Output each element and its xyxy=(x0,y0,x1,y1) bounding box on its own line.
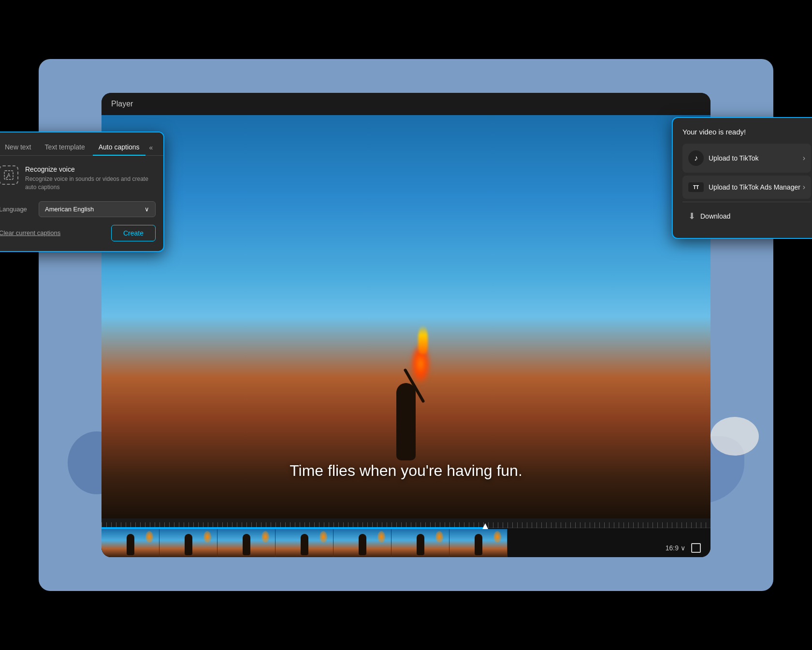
download-icon: ⬇ xyxy=(688,211,696,222)
aspect-ratio-label: 16:9 xyxy=(666,544,679,552)
voice-icon: A xyxy=(0,165,18,185)
filmstrip-mini-glow xyxy=(319,531,327,543)
tiktok-ads-icon: TT xyxy=(688,182,704,192)
outer-background: Player Time flies when you're having fun… xyxy=(39,59,773,591)
figure-silhouette xyxy=(387,354,425,460)
filmstrip-mini-figure xyxy=(417,534,424,555)
filmstrip-mini-figure xyxy=(185,534,192,555)
divider xyxy=(682,202,811,202)
aspect-ratio-chevron: ∨ xyxy=(681,544,685,552)
language-select[interactable]: American English ∨ xyxy=(39,201,156,217)
panel-tabs: New text Text template Auto captions « xyxy=(0,133,163,156)
filmstrip-mini-figure xyxy=(243,534,250,555)
clear-captions-button[interactable]: Clear current captions xyxy=(0,229,60,236)
filmstrip-frame xyxy=(450,529,508,557)
filmstrip-mini-figure xyxy=(301,534,308,555)
filmstrip-mini-figure xyxy=(359,534,366,555)
video-caption: Time flies when you're having fun. xyxy=(102,462,710,480)
tab-auto-captions[interactable]: Auto captions xyxy=(93,139,145,156)
player-container: Player Time flies when you're having fun… xyxy=(102,93,710,557)
video-area: Time flies when you're having fun. xyxy=(102,115,710,518)
fullscreen-icon[interactable] xyxy=(691,543,701,553)
upload-tiktok-ads-left: TT Upload to TikTok Ads Manager xyxy=(688,182,800,192)
aspect-ratio-control[interactable]: 16:9 ∨ xyxy=(666,544,685,552)
language-chevron-icon: ∨ xyxy=(145,206,149,213)
tab-text-template[interactable]: Text template xyxy=(39,139,90,156)
svg-text:A: A xyxy=(7,173,11,178)
filmstrip-mini-glow xyxy=(145,531,153,543)
upload-tiktok-item[interactable]: ♪ Upload to TikTok › xyxy=(682,144,811,173)
panel-content: A Recognize voice Recognize voice in sou… xyxy=(0,156,163,251)
recognize-voice-section: A Recognize voice Recognize voice in sou… xyxy=(0,165,156,192)
language-row: Language American English ∨ xyxy=(0,201,156,217)
video-ready-panel: Your video is ready! ♪ Upload to TikTok … xyxy=(672,117,812,239)
video-ready-title: Your video is ready! xyxy=(682,128,811,136)
filmstrip-frame xyxy=(102,529,160,557)
recognize-voice-desc: Recognize voice in sounds or videos and … xyxy=(25,175,156,192)
filmstrip-area xyxy=(102,529,710,557)
voice-text: Recognize voice Recognize voice in sound… xyxy=(25,165,156,192)
filmstrip-mini-glow xyxy=(261,531,269,543)
video-background: Time flies when you're having fun. xyxy=(102,115,710,518)
filmstrip-mini-glow xyxy=(493,531,501,543)
panel-actions: Clear current captions Create xyxy=(0,225,156,241)
player-title: Player xyxy=(111,100,133,108)
controls-bar: 16:9 ∨ xyxy=(666,539,701,557)
tiktok-icon: ♪ xyxy=(688,150,704,166)
language-label: Language xyxy=(0,206,33,213)
upload-tiktok-ads-item[interactable]: TT Upload to TikTok Ads Manager › xyxy=(682,176,811,199)
timeline-area[interactable]: 16:9 ∨ xyxy=(102,518,710,557)
auto-captions-panel: New text Text template Auto captions « A xyxy=(0,132,164,252)
language-value: American English xyxy=(45,206,94,213)
filmstrip-frame xyxy=(334,529,392,557)
recognize-voice-title: Recognize voice xyxy=(25,165,156,173)
filmstrip-mini-glow xyxy=(203,531,211,543)
filmstrip-mini-figure xyxy=(127,534,134,555)
flare-flame xyxy=(418,325,428,354)
download-item[interactable]: ⬇ Download xyxy=(682,204,811,228)
figure-body xyxy=(396,383,416,460)
filmstrip-mini-glow xyxy=(377,531,385,543)
tiktok-ads-chevron-icon: › xyxy=(803,183,805,192)
upload-tiktok-ads-label: Upload to TikTok Ads Manager xyxy=(709,183,800,191)
filmstrip-frame xyxy=(392,529,450,557)
timeline-ruler xyxy=(102,518,710,528)
filmstrip-frame xyxy=(218,529,276,557)
player-header: Player xyxy=(102,93,710,115)
deco-white-shape xyxy=(710,417,759,456)
panel-chevron: « xyxy=(149,144,153,151)
create-button[interactable]: Create xyxy=(111,225,156,241)
filmstrip-mini-figure xyxy=(475,534,482,555)
upload-tiktok-label: Upload to TikTok xyxy=(709,154,759,162)
download-label: Download xyxy=(700,212,730,220)
tiktok-chevron-icon: › xyxy=(803,154,805,162)
upload-tiktok-left: ♪ Upload to TikTok xyxy=(688,150,759,166)
filmstrip-mini-glow xyxy=(435,531,443,543)
filmstrip-frame xyxy=(160,529,218,557)
tab-new-text[interactable]: New text xyxy=(0,139,37,156)
filmstrip-frame xyxy=(276,529,334,557)
